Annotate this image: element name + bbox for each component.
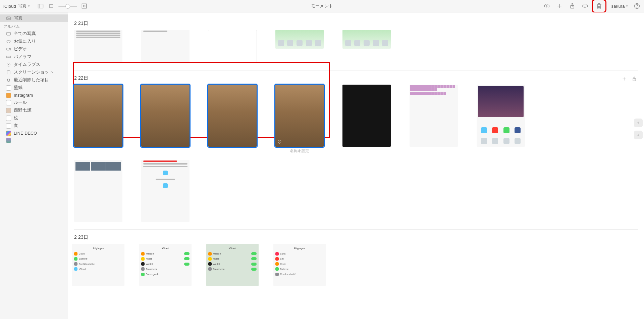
sidebar-item-label: 食: [14, 123, 18, 129]
add-icon[interactable]: [556, 2, 563, 10]
sidebar-item-label: 写真: [14, 15, 22, 21]
photo-tile[interactable]: [342, 85, 391, 153]
favorite-icon: ♡: [277, 139, 282, 145]
section-date: 2 23日: [74, 234, 638, 240]
sidebar-item-nishino[interactable]: 西野七瀬: [0, 106, 68, 114]
photo-thumb: [141, 30, 190, 62]
photo-thumb: [477, 85, 525, 147]
photo-thumb: [208, 85, 257, 147]
zoom-slider[interactable]: [58, 6, 77, 7]
photo-thumb: [410, 85, 458, 147]
photo-tile[interactable]: [208, 30, 257, 63]
sidebar-item-label: LINE DECO: [14, 131, 37, 136]
sidebar-item-instagram[interactable]: Instagram: [0, 92, 68, 99]
sidebar-item-linedeco[interactable]: LINE DECO: [0, 130, 68, 137]
album-icon: [6, 85, 11, 90]
photo-tile[interactable]: [141, 160, 190, 222]
sidebar-item-food[interactable]: 食: [0, 122, 68, 130]
photos-icon: [6, 16, 11, 21]
album-icon: [6, 108, 11, 113]
sidebar: 写真 アルバム 全ての写真 お気に入り ビデオ パノラマ タイムラプス スクリー…: [0, 12, 68, 319]
photo-tile[interactable]: [74, 160, 122, 222]
float-download-icon[interactable]: [634, 131, 643, 139]
photo-tile[interactable]: [477, 85, 525, 153]
photo-thumb: [74, 160, 122, 222]
photo-row: [74, 30, 638, 63]
sidebar-item-label: お気に入り: [14, 39, 36, 44]
sidebar-item-label: 西野七瀬: [14, 107, 32, 113]
sidebar-item-screenshots[interactable]: スクリーンショット: [0, 69, 68, 76]
top-toolbar: iCloud 写真 ▾ モーメント sak: [0, 0, 644, 12]
photo-tile[interactable]: [141, 30, 190, 63]
panorama-icon: [6, 54, 11, 59]
sidebar-item-label: ルール: [14, 100, 27, 105]
sidebar-item-blurred[interactable]: [0, 137, 68, 144]
heart-icon: [6, 39, 11, 44]
add-icon[interactable]: [621, 75, 628, 83]
photo-tile-selected[interactable]: [208, 85, 257, 153]
photo-thumb: [208, 30, 257, 63]
sidebar-item-art[interactable]: 絵: [0, 114, 68, 122]
svg-rect-0: [38, 4, 43, 8]
photo-row: [74, 160, 638, 222]
photo-thumb: [74, 85, 122, 147]
sidebar-item-wallpaper[interactable]: 壁紙: [0, 84, 68, 92]
sidebar-toggle-icon[interactable]: [37, 2, 44, 10]
sidebar-item-label: 最近削除した項目: [14, 77, 49, 83]
photo-tile[interactable]: [74, 30, 122, 63]
screenshot-icon: [6, 70, 11, 75]
photo-tile[interactable]: iCloud Maison Notes Wallet Trousseau Sau…: [141, 244, 190, 286]
cloud-upload-icon[interactable]: [543, 2, 550, 10]
trash-icon[interactable]: [594, 2, 604, 10]
sidebar-item-photos[interactable]: 写真: [0, 14, 68, 22]
sidebar-item-label: タイムラプス: [14, 62, 40, 67]
photo-tile[interactable]: [342, 30, 391, 63]
photo-row: ♡ 名称未設定: [74, 85, 638, 153]
photo-tile[interactable]: Réglages Sons Siri Code Batterie Confide…: [275, 244, 324, 286]
sidebar-item-timelapse[interactable]: タイムラプス: [0, 61, 68, 69]
sidebar-item-label: 全ての写真: [14, 31, 36, 37]
sidebar-item-recentlydeleted[interactable]: 最近削除した項目: [0, 76, 68, 84]
photo-tile-selected[interactable]: [74, 85, 122, 153]
app-title[interactable]: iCloud 写真 ▾: [3, 3, 30, 9]
cloud-download-icon[interactable]: [581, 2, 589, 10]
svg-rect-14: [7, 32, 10, 35]
sidebar-item-videos[interactable]: ビデオ: [0, 45, 68, 53]
photo-thumb: Réglages Code Batterie Confidentialité i…: [72, 244, 124, 286]
user-name: sakura: [611, 4, 625, 9]
svg-rect-15: [7, 48, 9, 50]
photo-thumb: iCloud Maison Notes Wallet Trousseau: [206, 244, 259, 286]
photo-tile[interactable]: Réglages Code Batterie Confidentialité i…: [74, 244, 122, 286]
photo-thumb: [74, 30, 122, 62]
sidebar-item-label: 壁紙: [14, 85, 22, 91]
zoom-out-icon[interactable]: [48, 2, 55, 10]
sidebar-item-label: パノラマ: [14, 54, 32, 60]
video-icon: [6, 47, 11, 52]
photo-caption: 名称未設定: [290, 148, 309, 153]
photo-tile[interactable]: [275, 30, 324, 63]
album-icon: [6, 138, 11, 143]
photo-tile[interactable]: iCloud Maison Notes Wallet Trousseau: [208, 244, 257, 286]
float-upload-icon[interactable]: [634, 119, 643, 127]
photo-thumb: ♡: [275, 85, 324, 147]
photo-tile[interactable]: [410, 85, 458, 153]
sidebar-item-allphotos[interactable]: 全ての写真: [0, 30, 68, 38]
sidebar-item-panorama[interactable]: パノラマ: [0, 53, 68, 61]
photo-thumb: [342, 30, 391, 49]
section-date: 2 22日: [74, 75, 638, 81]
photo-thumb: [141, 160, 190, 222]
share-icon[interactable]: [631, 75, 638, 83]
photo-tile-selected[interactable]: ♡ 名称未設定: [275, 85, 324, 153]
user-menu[interactable]: sakura ▾: [611, 4, 628, 9]
photo-tile-selected[interactable]: [141, 85, 190, 153]
floating-actions: [634, 119, 643, 139]
sidebar-item-favorites[interactable]: お気に入り: [0, 38, 68, 45]
zoom-in-icon[interactable]: [80, 2, 88, 10]
svg-point-11: [637, 7, 637, 8]
share-icon[interactable]: [569, 2, 576, 10]
photo-row: Réglages Code Batterie Confidentialité i…: [74, 244, 638, 286]
chevron-down-icon: ▾: [28, 4, 30, 8]
chevron-down-icon: ▾: [626, 4, 628, 8]
sidebar-item-rule[interactable]: ルール: [0, 99, 68, 106]
help-icon[interactable]: [633, 2, 641, 10]
